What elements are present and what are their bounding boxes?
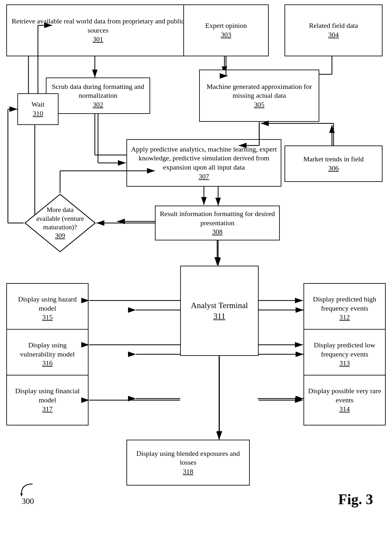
- box-315-ref: 315: [42, 313, 53, 322]
- box-302-label: Scrub data during formatting and normali…: [50, 82, 146, 100]
- box-316-label: Display using vulnerability model: [11, 341, 84, 359]
- box-306: Market trends in field 306: [285, 146, 383, 182]
- box-302: Scrub data during formatting and normali…: [46, 77, 150, 114]
- box-302-ref: 302: [93, 100, 103, 109]
- box-311: Analyst Terminal 311: [180, 266, 259, 356]
- box-318-label: Display using blended exposures and loss…: [131, 449, 245, 467]
- box-304: Related field data 304: [285, 4, 383, 56]
- box-305: Machine generated approximation for miss…: [199, 70, 319, 122]
- box-312: Display predicted high frequency events …: [303, 283, 386, 334]
- box-312-ref: 312: [340, 313, 350, 322]
- box-305-label: Machine generated approximation for miss…: [204, 82, 315, 100]
- box-308-label: Result information formatting for desire…: [159, 209, 275, 227]
- box-303: Expert opinion 303: [183, 4, 269, 56]
- box-314-label: Display possible very rare events: [308, 387, 381, 405]
- box-313-label: Display predicted low frequency events: [308, 341, 381, 359]
- box-306-ref: 306: [328, 164, 339, 173]
- curved-arrow-300: [18, 481, 37, 497]
- box-317: Display using financial model 317: [6, 375, 89, 425]
- box-304-ref: 304: [328, 30, 339, 40]
- box-313: Display predicted low frequency events 3…: [303, 329, 386, 380]
- box-301: Retrieve available real world data from …: [6, 4, 190, 56]
- box-304-label: Related field data: [309, 21, 358, 30]
- box-310: Wait 310: [17, 93, 58, 125]
- box-318: Display using blended exposures and loss…: [126, 440, 250, 486]
- box-308: Result information formatting for desire…: [155, 206, 280, 240]
- box-305-ref: 305: [254, 100, 265, 109]
- box-316: Display using vulnerability model 316: [6, 329, 89, 380]
- box-303-label: Expert opinion: [205, 21, 247, 30]
- svg-marker-26: [20, 493, 23, 497]
- box-317-ref: 317: [42, 405, 53, 414]
- box-313-ref: 313: [340, 359, 350, 368]
- ref-300-group: 300: [18, 481, 37, 506]
- fig-label: Fig. 3: [338, 491, 373, 508]
- box-312-label: Display predicted high frequency events: [308, 295, 381, 313]
- box-311-label: Analyst Terminal: [191, 300, 248, 311]
- box-310-label: Wait: [32, 100, 45, 109]
- box-318-ref: 318: [183, 467, 193, 476]
- box-315: Display using hazard model 315: [6, 283, 89, 334]
- diamond-309: More data available (venture maturation)…: [24, 193, 96, 253]
- box-314-ref: 314: [340, 405, 350, 414]
- box-301-ref: 301: [93, 35, 103, 44]
- diamond-309-label: More data available (venture maturation)…: [36, 206, 84, 231]
- box-306-label: Market trends in field: [303, 155, 364, 164]
- box-317-label: Display using financial model: [11, 387, 84, 405]
- diamond-309-ref: 309: [55, 232, 65, 239]
- box-315-label: Display using hazard model: [11, 295, 84, 313]
- box-310-ref: 310: [33, 109, 43, 118]
- box-311-ref: 311: [213, 311, 225, 322]
- box-316-ref: 316: [42, 359, 53, 368]
- box-314: Display possible very rare events 314: [303, 375, 386, 425]
- ref-300-label: 300: [22, 497, 34, 506]
- box-307: Apply predictive analytics, machine lear…: [126, 139, 281, 187]
- box-303-ref: 303: [221, 30, 231, 40]
- box-308-ref: 308: [212, 227, 223, 237]
- box-307-label: Apply predictive analytics, machine lear…: [131, 145, 277, 172]
- box-301-label: Retrieve available real world data from …: [11, 17, 185, 35]
- box-307-ref: 307: [199, 172, 209, 181]
- diagram: Retrieve available real world data from …: [0, 0, 392, 533]
